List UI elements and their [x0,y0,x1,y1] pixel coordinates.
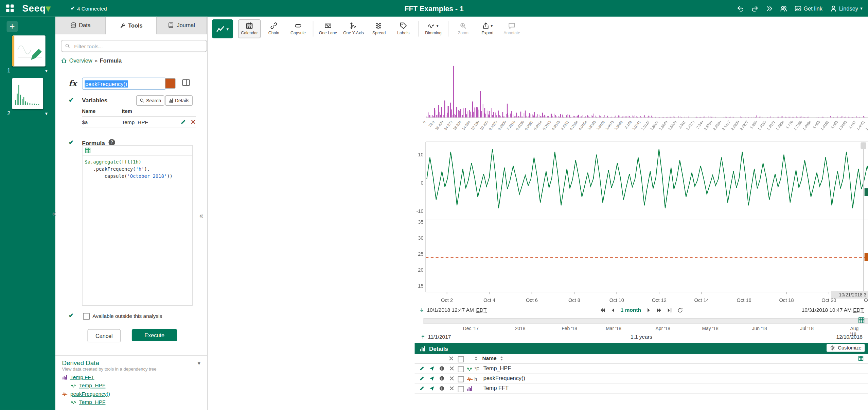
oneyaxis-icon [350,22,357,29]
tab-journal[interactable]: Journal [157,17,207,34]
edit-variable-icon[interactable] [180,119,186,124]
step-back-icon[interactable] [610,307,616,313]
worksheet-menu-icon[interactable]: ▾ [45,68,48,73]
customize-button[interactable]: Customize [827,344,865,352]
derived-data-link[interactable]: Temp_HPF [79,382,105,388]
derived-data-link[interactable]: Temp FFT [70,374,94,380]
edit-item-icon[interactable] [419,386,425,391]
tab-data[interactable]: Data [55,17,106,34]
remove-variable-icon[interactable] [191,119,196,124]
edit-item-icon[interactable] [419,376,425,381]
available-outside-checkbox[interactable] [83,313,90,320]
worksheet-thumbnail[interactable] [12,78,43,109]
cancel-button[interactable]: Cancel [87,329,121,342]
execute-button[interactable]: Execute [132,329,177,341]
share-forward-icon[interactable] [765,5,773,12]
toolbar-spread-button[interactable]: Spread [368,19,390,38]
filter-tools-box[interactable] [61,40,207,52]
edit-item-icon[interactable] [419,366,425,371]
display-range-start[interactable]: 10/1/2018 12:47 AMEDT [419,307,487,313]
redo-icon[interactable] [751,5,758,12]
variable-details-button[interactable]: Details [165,95,193,106]
user-menu[interactable]: Lindsey▾ [830,5,863,12]
display-range-end[interactable]: 10/31/2018 10:47 AM EDT [802,307,864,313]
timeline-month-label: Feb '18 [562,326,577,331]
formula-name-input[interactable]: peakFrequency() [82,78,166,90]
tab-tools[interactable]: Tools [106,17,157,34]
toolbar-button-label: Labels [397,31,409,36]
info-icon[interactable] [439,386,444,391]
customize-columns-icon[interactable] [858,356,864,361]
table-row[interactable]: Temp FFTArea A [415,384,868,394]
timeline-bar[interactable] [424,318,868,324]
svg-text:Oct 10: Oct 10 [609,297,624,303]
svg-text:4.0454: 4.0454 [578,120,587,131]
table-row[interactable]: °FTemp_HPFArea A1-0.007 [415,364,868,374]
remove-item-icon[interactable] [449,366,455,371]
users-icon[interactable] [780,5,787,12]
collapse-derived-icon[interactable]: ▾ [198,360,200,366]
remove-item-icon[interactable] [449,376,455,381]
collapse-tools-panel[interactable]: « [199,212,203,220]
seeq-app: Seeq▾ ✔4 Connected FFT Examples - 1 Get … [0,0,868,410]
remove-all-icon[interactable] [448,356,454,361]
worksheet-menu-icon[interactable]: ▾ [45,110,48,116]
toolbar-calendar-button[interactable]: Calendar [238,19,261,38]
wave-icon [71,382,76,388]
info-icon[interactable] [439,366,444,371]
insert-table-icon[interactable] [85,147,91,153]
table-row[interactable]: hpeakFrequency()Area A223.982 [415,374,868,384]
info-icon[interactable] [439,376,444,381]
color-swatch-button[interactable] [165,78,176,89]
jump-to-now-icon[interactable] [667,307,673,313]
timeline-select-icon[interactable] [858,317,865,324]
toolbar-labels-button[interactable]: Labels [392,19,415,38]
toolbar-one-y-axis-button[interactable]: One Y-Axis [341,19,366,38]
trend-chart[interactable]: 072.836.40924.27318.20414.56412.13610.40… [415,52,868,306]
filter-tools-input[interactable] [73,42,203,50]
select-all-checkbox[interactable] [458,356,464,362]
home-icon[interactable] [61,57,67,64]
jump-forward-icon[interactable] [657,307,662,313]
investigate-range-end[interactable]: 12/10/2018 [836,334,862,340]
formula-editor[interactable]: $a.aggregate(fft(1h) .peakFrequency('h')… [82,145,193,306]
select-item-checkbox[interactable] [458,376,464,382]
refresh-icon[interactable] [678,307,683,313]
jump-back-icon[interactable] [600,307,605,313]
sort-icon[interactable] [473,356,479,361]
svg-text:3.6409: 3.6409 [596,120,605,131]
connection-status[interactable]: ✔4 Connected [71,5,107,11]
collapse-worksheet-panel[interactable]: « [52,209,56,218]
toolbar-one-lane-button[interactable]: One Lane [317,19,339,38]
toolbar-dimming-button[interactable]: ▾Dimming [422,19,445,38]
worksheet-thumbnail[interactable] [12,35,46,66]
range-duration[interactable]: 1 month [621,307,641,313]
column-name[interactable]: Name [482,355,496,361]
breadcrumb-overview[interactable]: Overview [69,57,92,64]
remove-item-icon[interactable] [449,386,455,391]
toolbar-export-button[interactable]: ▾Export [476,19,499,38]
svg-text:2.4273: 2.4273 [685,120,695,131]
variable-search-button[interactable]: Search [136,95,164,106]
select-item-checkbox[interactable] [458,386,464,392]
get-link-button[interactable]: Get link [794,5,822,12]
flag-icon[interactable] [429,376,435,381]
dock-panel-icon[interactable] [182,78,191,87]
toolbar-chain-button[interactable]: Chain [262,19,285,38]
undo-icon[interactable] [737,5,744,12]
formula-code[interactable]: $a.aggregate(fft(1h) .peakFrequency('h')… [83,156,192,183]
trend-view-button[interactable]: ▾ [212,19,233,38]
derived-data-link[interactable]: Temp_HPF [79,399,105,405]
step-forward-icon[interactable] [646,307,652,313]
select-item-checkbox[interactable] [458,366,464,372]
sort-icon[interactable] [499,356,504,361]
new-worksheet-button[interactable]: + [7,21,18,32]
apps-menu-icon[interactable] [5,4,14,13]
seeq-logo[interactable]: Seeq▾ [22,2,51,14]
toolbar-capsule-button[interactable]: Capsule [287,19,309,38]
derived-data-subtitle: View data created by tools in a dependen… [62,367,200,372]
flag-icon[interactable] [429,366,435,371]
derived-data-link[interactable]: peakFrequency() [70,391,110,397]
help-icon[interactable]: ? [108,139,115,146]
flag-icon[interactable] [429,386,435,391]
